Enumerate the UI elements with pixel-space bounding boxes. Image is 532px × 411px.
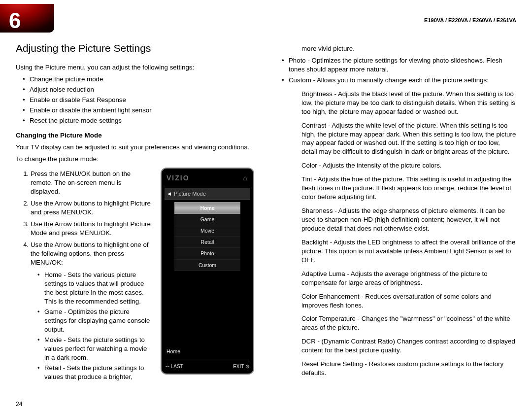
list-item: Photo - Optimizes the picture settings f…: [289, 56, 516, 74]
step-text: Use the Arrow buttons to highlight one o…: [31, 241, 149, 266]
definition-item: Backlight - Adjusts the LED brightness t…: [301, 238, 516, 265]
tv-menu-item: Retail: [174, 237, 240, 248]
tv-status-text: Home: [166, 348, 180, 355]
continuation-text: more vivid picture.: [278, 44, 516, 53]
subsection-title: Changing the Picture Mode: [16, 131, 254, 140]
list-item: Reset the picture mode settings: [30, 116, 254, 125]
tv-footer-right-label: EXIT: [233, 364, 244, 369]
tv-footer-left: ⤺ LAST: [166, 363, 183, 370]
tv-menu-screenshot: VIZIO ⌂ ◀ Picture Mode Home Game Movie R…: [161, 168, 254, 375]
tv-footer: ⤺ LAST EXIT ⊙: [166, 360, 249, 370]
list-item: Press the MENU/OK button on the remote. …: [31, 170, 153, 196]
tv-menu-list: Home Game Movie Retail Photo Custom: [165, 200, 250, 273]
tv-footer-right: EXIT ⊙: [233, 363, 249, 370]
back-icon: ⤺: [166, 364, 169, 369]
chapter-number: 6: [9, 6, 21, 33]
chapter-badge: 6: [0, 4, 54, 33]
mode-options-list-continued: Photo - Optimizes the picture settings f…: [278, 56, 516, 85]
list-item: Custom - Allows you to manually change e…: [289, 76, 516, 85]
definition-item: Color Temperature - Changes the "warmnes…: [301, 314, 516, 332]
custom-settings-definitions: Brightness - Adjusts the black level of …: [278, 90, 516, 377]
list-item: Home - Sets the various picture settings…: [44, 271, 151, 306]
definition-item: Color Enhancement - Reduces oversaturati…: [301, 292, 516, 310]
left-arrow-icon: ◀: [167, 191, 171, 197]
list-item: Change the picture mode: [30, 75, 254, 84]
definition-item: Tint - Adjusts the hue of the picture. T…: [301, 175, 516, 202]
steps-text: Press the MENU/OK button on the remote. …: [16, 167, 153, 384]
list-item: Retail - Sets the picture settings to va…: [44, 364, 151, 381]
tv-menu-item: Game: [174, 214, 240, 225]
tv-logo-row: VIZIO ⌂: [165, 172, 250, 188]
subsection-intro: Your TV display can be adjusted to suit …: [16, 143, 254, 152]
content-columns: Adjusting the Picture Settings Using the…: [16, 41, 516, 396]
instruction-lead: To change the picture mode:: [16, 155, 254, 164]
definition-item: Sharpness - Adjusts the edge sharpness o…: [301, 206, 516, 233]
steps-list: Press the MENU/OK button on the remote. …: [16, 170, 153, 381]
definition-item: Contrast - Adjusts the white level of th…: [301, 121, 516, 157]
list-item: Enable or disable the ambient light sens…: [30, 106, 254, 115]
intro-paragraph: Using the Picture menu, you can adjust t…: [16, 63, 254, 72]
section-title: Adjusting the Picture Settings: [16, 41, 254, 55]
mode-options-list: Home - Sets the various picture settings…: [31, 271, 151, 381]
definition-item: Adaptive Luma - Adjusts the average brig…: [301, 270, 516, 287]
left-column: Adjusting the Picture Settings Using the…: [16, 41, 254, 396]
tv-menu-item: Home: [174, 202, 240, 214]
tv-menu-item: Custom: [174, 260, 240, 271]
list-item: Enable or disable Fast Response: [30, 96, 254, 104]
definition-item: Reset Picture Setting - Restores custom …: [301, 360, 516, 377]
list-item: Movie - Sets the picture settings to val…: [44, 336, 151, 362]
list-item: Use the Arrow buttons to highlight Pictu…: [31, 220, 153, 238]
tv-menu-title: Picture Mode: [174, 190, 206, 198]
definition-item: DCR - (Dynamic Contrast Ratio) Changes c…: [301, 337, 516, 355]
home-icon: ⌂: [243, 173, 248, 183]
list-item: Use the Arrow buttons to highlight Pictu…: [31, 199, 153, 217]
right-column: more vivid picture. Photo - Optimizes th…: [278, 41, 516, 396]
page-number: 24: [16, 400, 22, 408]
steps-and-screenshot: Press the MENU/OK button on the remote. …: [16, 167, 254, 384]
tv-menu-header: ◀ Picture Mode: [165, 188, 250, 200]
intro-bullet-list: Change the picture mode Adjust noise red…: [16, 75, 254, 125]
model-numbers: E190VA / E220VA / E260VA / E261VA: [424, 17, 516, 24]
list-item: Game - Optimizes the picture settings fo…: [44, 308, 151, 334]
vizio-logo: VIZIO: [166, 173, 190, 183]
tv-footer-left-label: LAST: [171, 364, 183, 369]
definition-item: Brightness - Adjusts the black level of …: [301, 90, 516, 116]
tv-menu-item: Photo: [174, 248, 240, 259]
list-item: Use the Arrow buttons to highlight one o…: [31, 240, 153, 381]
definition-item: Color - Adjusts the intensity of the pic…: [301, 161, 516, 170]
list-item: Adjust noise reduction: [30, 85, 254, 94]
tv-menu-item: Movie: [174, 225, 240, 237]
exit-icon: ⊙: [245, 364, 249, 369]
